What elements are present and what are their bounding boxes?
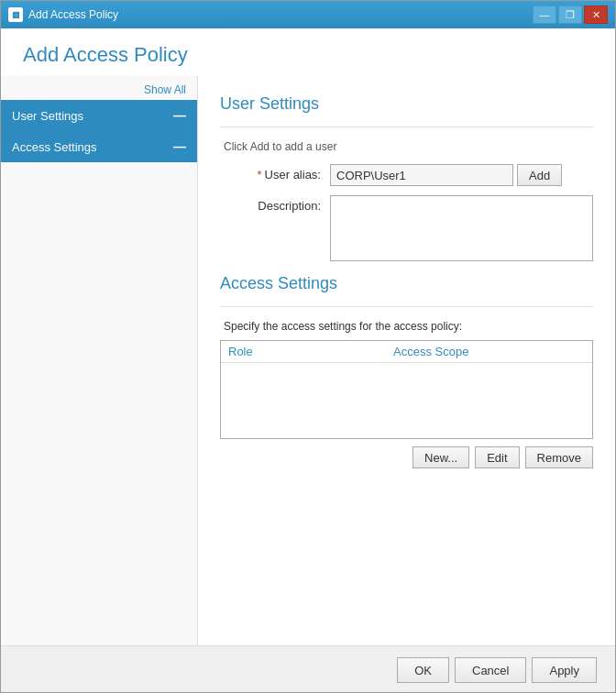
access-settings-hint: Specify the access settings for the acce… (224, 320, 593, 333)
sidebar-item-access-settings[interactable]: Access Settings — (1, 131, 197, 162)
required-star: * (258, 168, 262, 182)
access-settings-title: Access Settings (220, 274, 593, 293)
access-settings-section: Access Settings Specify the access setti… (220, 274, 593, 468)
sidebar: Show All User Settings — Access Settings… (1, 76, 198, 645)
user-settings-hint: Click Add to add a user (224, 140, 593, 153)
description-textarea[interactable] (330, 195, 593, 261)
sidebar-item-user-settings[interactable]: User Settings — (1, 100, 197, 131)
dialog: Add Access Policy Show All User Settings… (1, 28, 615, 693)
cancel-button[interactable]: Cancel (455, 657, 526, 683)
ok-button[interactable]: OK (397, 657, 449, 683)
dialog-title: Add Access Policy (23, 43, 593, 67)
user-settings-divider (220, 126, 593, 127)
user-alias-row: *User alias: Add (220, 164, 593, 186)
add-user-button[interactable]: Add (517, 164, 562, 186)
role-column-header: Role (228, 345, 393, 358)
access-settings-divider (220, 306, 593, 307)
sidebar-item-access-settings-label: Access Settings (12, 140, 97, 154)
access-table-container: Role Access Scope (220, 340, 593, 439)
user-alias-label: *User alias: (220, 164, 330, 182)
title-bar-left: ▦ Add Access Policy (8, 7, 118, 22)
title-bar: ▦ Add Access Policy — ❐ ✕ (1, 1, 615, 28)
dialog-body: Show All User Settings — Access Settings… (1, 76, 615, 645)
app-icon: ▦ (8, 7, 23, 22)
edit-button[interactable]: Edit (475, 446, 519, 468)
dialog-header: Add Access Policy (1, 28, 615, 76)
table-header: Role Access Scope (221, 341, 592, 363)
dialog-footer: OK Cancel Apply (1, 645, 615, 693)
sidebar-item-user-settings-label: User Settings (12, 109, 83, 123)
user-alias-input-group: Add (330, 164, 593, 186)
apply-button[interactable]: Apply (532, 657, 597, 683)
show-all-link[interactable]: Show All (1, 80, 197, 100)
new-button[interactable]: New... (412, 446, 469, 468)
restore-button[interactable]: ❐ (558, 6, 582, 24)
close-button[interactable]: ✕ (584, 6, 608, 24)
scope-column-header: Access Scope (393, 345, 585, 358)
table-actions: New... Edit Remove (220, 446, 593, 468)
user-settings-section: User Settings Click Add to add a user *U… (220, 94, 593, 261)
description-row: Description: (220, 195, 593, 261)
content-area: User Settings Click Add to add a user *U… (198, 76, 615, 645)
sidebar-item-access-settings-icon: — (173, 139, 186, 154)
title-bar-controls: — ❐ ✕ (533, 6, 608, 24)
table-body (221, 363, 592, 436)
title-bar-text: Add Access Policy (28, 8, 118, 21)
user-alias-input[interactable] (330, 164, 513, 186)
sidebar-item-user-settings-icon: — (173, 108, 186, 123)
description-label: Description: (220, 195, 330, 213)
minimize-button[interactable]: — (533, 6, 556, 24)
remove-button[interactable]: Remove (525, 446, 593, 468)
user-settings-title: User Settings (220, 94, 593, 114)
